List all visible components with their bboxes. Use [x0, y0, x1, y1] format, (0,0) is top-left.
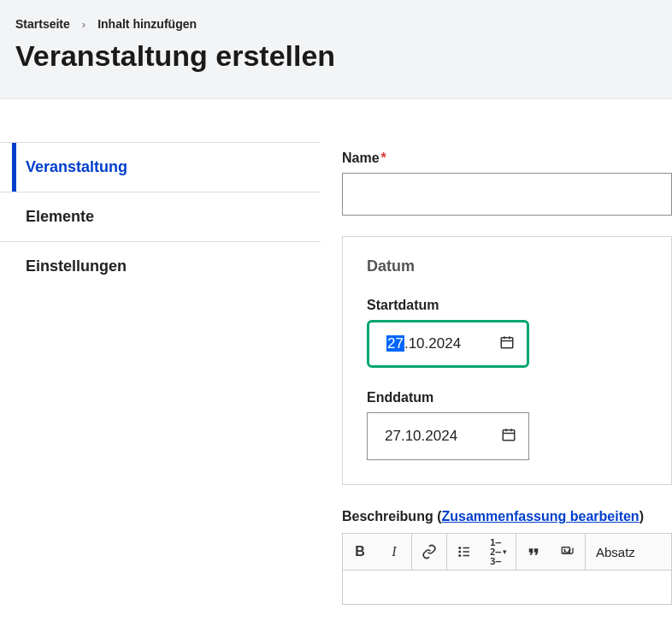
svg-rect-0: [501, 338, 513, 348]
calendar-icon[interactable]: [501, 427, 516, 446]
svg-point-8: [458, 547, 461, 549]
name-label: Name*: [342, 151, 672, 166]
editor-body[interactable]: [342, 571, 672, 605]
breadcrumb-add-content[interactable]: Inhalt hinzufügen: [97, 17, 197, 31]
svg-rect-13: [463, 555, 470, 557]
blockquote-button[interactable]: [516, 534, 551, 570]
end-date-input[interactable]: 27.10.2024: [367, 412, 529, 460]
end-date-value: 27.10.2024: [385, 428, 457, 445]
bullet-list-button[interactable]: [447, 534, 481, 570]
page-title: Veranstaltung erstellen: [15, 39, 657, 73]
edit-summary-link[interactable]: Zusammenfassung bearbeiten: [441, 509, 639, 523]
name-input[interactable]: [342, 173, 672, 216]
svg-point-10: [458, 551, 461, 553]
calendar-icon[interactable]: [499, 334, 515, 353]
paragraph-format-select[interactable]: Absatz: [586, 534, 645, 570]
tab-elements[interactable]: Elemente: [0, 192, 321, 242]
link-button[interactable]: [412, 534, 446, 570]
end-date-label: Enddatum: [367, 390, 647, 405]
tab-settings[interactable]: Einstellungen: [0, 242, 321, 291]
start-date-rest: .10.2024: [404, 335, 461, 352]
numbered-list-button[interactable]: 1—2—3— ▾: [481, 534, 516, 570]
svg-rect-4: [503, 430, 515, 441]
svg-rect-11: [463, 551, 470, 553]
editor-toolbar: B I 1—2—3—: [342, 533, 672, 571]
description-label: Beschreibung (Zusammenfassung bearbeiten…: [342, 509, 672, 524]
media-button[interactable]: [551, 534, 585, 570]
required-star-icon: *: [381, 151, 386, 165]
tab-event[interactable]: Veranstaltung: [0, 143, 321, 192]
breadcrumb: Startseite › Inhalt hinzufügen: [15, 17, 657, 31]
date-fieldset: Datum Startdatum 27.10.2024: [342, 236, 672, 485]
svg-rect-9: [463, 547, 470, 549]
breadcrumb-home[interactable]: Startseite: [15, 17, 70, 31]
breadcrumb-separator-icon: ›: [82, 18, 85, 31]
date-section-label: Datum: [367, 257, 647, 275]
start-date-day-selected: 27: [386, 335, 404, 352]
bold-button[interactable]: B: [343, 534, 377, 570]
start-date-label: Startdatum: [367, 298, 647, 313]
vertical-tabs: Veranstaltung Elemente Einstellungen: [0, 142, 321, 625]
italic-button[interactable]: I: [377, 534, 411, 570]
svg-point-12: [458, 554, 461, 557]
start-date-input[interactable]: 27.10.2024: [367, 320, 529, 368]
